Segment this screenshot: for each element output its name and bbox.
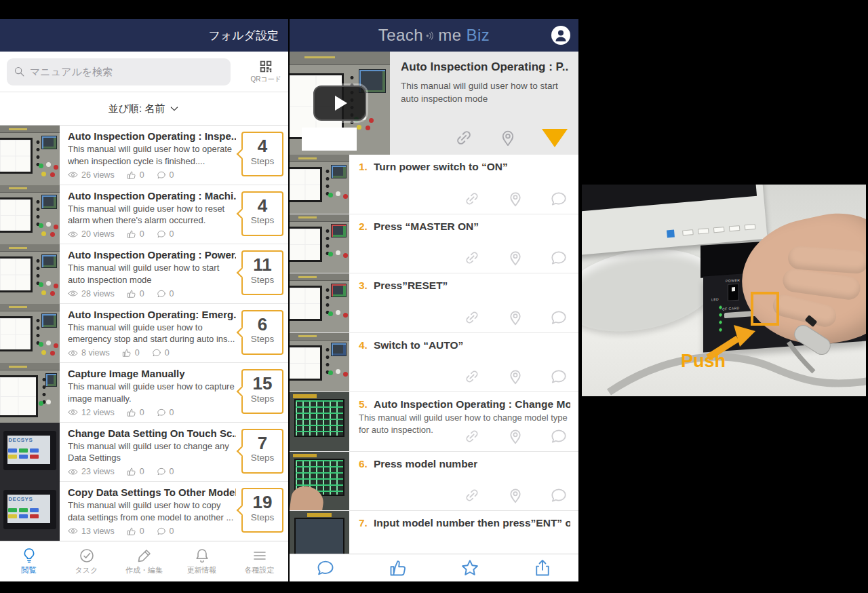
- collapse-triangle-button[interactable]: [542, 129, 568, 147]
- comment-icon[interactable]: [550, 309, 568, 326]
- play-button[interactable]: [313, 85, 366, 121]
- comment-action-button[interactable]: [290, 558, 362, 577]
- step-thumbnail: [290, 273, 349, 332]
- manual-list-item[interactable]: Capture Image Manually This manual will …: [0, 363, 288, 423]
- step-row[interactable]: 2. Press “MASTER ON”: [290, 214, 578, 274]
- location-pin-icon[interactable]: [507, 249, 524, 267]
- decor: [331, 224, 347, 237]
- account-avatar-button[interactable]: [551, 26, 570, 45]
- decor: [327, 250, 347, 268]
- step-row[interactable]: 3. Press”RESET”: [290, 273, 578, 333]
- sound-wave-icon: [425, 29, 436, 41]
- decor: [41, 313, 58, 327]
- tab-task[interactable]: タスク: [58, 541, 115, 581]
- step-row[interactable]: 6. Press model number: [290, 452, 578, 512]
- tab-updates[interactable]: 更新情報: [173, 541, 231, 581]
- decor: [0, 363, 60, 370]
- views-icon: [68, 526, 78, 536]
- manual-list-item[interactable]: DECSYS Change Data Setting On Touch Sc..…: [0, 423, 288, 482]
- comment-icon[interactable]: [550, 190, 568, 208]
- steps-word: Steps: [243, 156, 282, 166]
- share-action-button[interactable]: [507, 558, 579, 577]
- qr-code-button[interactable]: QRコード: [251, 59, 281, 84]
- manual-header-card[interactable]: Auto Inspection Operating : P... This ma…: [290, 52, 578, 155]
- manual-thumbnail: [0, 304, 60, 364]
- location-pin-icon[interactable]: [507, 190, 524, 208]
- decor: [327, 310, 347, 328]
- location-pin-icon[interactable]: [507, 309, 524, 326]
- comment-icon[interactable]: [550, 427, 568, 445]
- manual-list-item[interactable]: Auto Inspection Operating : Inspe... Thi…: [0, 126, 288, 185]
- comments-count: 0: [170, 467, 174, 476]
- likes-count: 0: [140, 467, 144, 476]
- manual-info: Auto Inspection Operating : Power... Thi…: [60, 244, 240, 304]
- decor: [293, 454, 317, 457]
- manual-title: Auto Inspection Operating : P...: [401, 60, 569, 74]
- manual-description: This manual will guild user how to opera…: [68, 143, 236, 168]
- step-thumbnail: [290, 452, 349, 511]
- decor: [290, 52, 390, 65]
- manual-title: Auto Inspection Operating : Inspe...: [68, 130, 236, 142]
- link-icon[interactable]: [463, 368, 481, 385]
- thumbnail-brand-text: DECSYS: [8, 437, 33, 443]
- search-box[interactable]: [7, 58, 231, 85]
- search-input[interactable]: [30, 66, 224, 77]
- step-number: 7.: [359, 517, 368, 529]
- steps-count: 6: [243, 315, 282, 334]
- manual-list-item[interactable]: Auto Inspection Operating: Emerg... This…: [0, 304, 288, 364]
- manual-description: This manual will guild user how to copy …: [68, 499, 236, 524]
- decor: [37, 341, 58, 358]
- location-pin-icon[interactable]: [498, 128, 517, 147]
- tab-create-edit[interactable]: 作成・編集: [115, 541, 173, 581]
- decor: [293, 394, 317, 398]
- tab-view[interactable]: 閲覧: [0, 541, 58, 581]
- step-actions: [463, 486, 568, 504]
- manual-info: Auto Inspection Operating : Inspe... Thi…: [60, 126, 240, 185]
- favorite-action-button[interactable]: [434, 558, 507, 577]
- link-icon[interactable]: [463, 190, 481, 208]
- link-icon[interactable]: [463, 427, 481, 445]
- like-action-button[interactable]: [362, 558, 435, 577]
- link-icon[interactable]: [454, 128, 474, 148]
- logo-me: me: [438, 26, 461, 45]
- manual-list-item[interactable]: Auto Inspection Operating : Machi... Thi…: [0, 185, 288, 245]
- tab-settings[interactable]: 各種設定: [231, 541, 288, 581]
- decor: [290, 273, 349, 281]
- steps-count: 4: [243, 196, 282, 216]
- decor: [0, 244, 60, 252]
- qr-code-icon: [258, 59, 273, 74]
- views-count: 8 views: [81, 348, 110, 358]
- step-row[interactable]: 4. Switch to “AUTO”: [290, 333, 578, 393]
- sort-control[interactable]: 並び順: 名前: [0, 92, 288, 126]
- views-icon: [68, 407, 78, 417]
- folder-settings-button[interactable]: フォルダ設定: [208, 28, 279, 43]
- step-row[interactable]: 1. Turn power switch to “ON”: [290, 155, 578, 214]
- comment-icon[interactable]: [550, 368, 568, 385]
- steps-count: 15: [243, 374, 282, 394]
- link-icon[interactable]: [463, 309, 481, 326]
- manual-list-item[interactable]: DECSYS Copy Data Settings To Other Model…: [0, 482, 288, 541]
- location-pin-icon[interactable]: [507, 368, 524, 385]
- comments-icon: [157, 467, 166, 476]
- manual-meta: 13 views 0 0: [68, 526, 236, 536]
- manual-title: Auto Inspection Operating: Emerg...: [68, 309, 236, 320]
- link-icon[interactable]: [463, 486, 481, 504]
- comments-icon: [157, 289, 166, 299]
- views-count: 13 views: [81, 527, 115, 536]
- location-pin-icon[interactable]: [507, 486, 524, 504]
- location-pin-icon[interactable]: [507, 427, 524, 445]
- comment-icon[interactable]: [550, 249, 568, 267]
- manual-list-item[interactable]: Auto Inspection Operating : Power... Thi…: [0, 244, 288, 304]
- highlight-square: [751, 292, 779, 326]
- manual-meta: 20 views 0 0: [68, 229, 236, 240]
- manual-description: This manual will guild user how to start…: [68, 262, 236, 286]
- manual-meta: 26 views 0 0: [68, 170, 236, 180]
- menu-icon: [252, 548, 268, 564]
- comment-icon[interactable]: [550, 486, 568, 504]
- manual-video-thumbnail[interactable]: [290, 52, 390, 155]
- chevron-down-icon: [169, 103, 180, 114]
- comments-count: 0: [170, 408, 174, 417]
- step-row[interactable]: 5. Auto Inspection Operating : Change Mo…: [290, 392, 578, 452]
- views-count: 26 views: [81, 170, 115, 180]
- link-icon[interactable]: [463, 249, 481, 267]
